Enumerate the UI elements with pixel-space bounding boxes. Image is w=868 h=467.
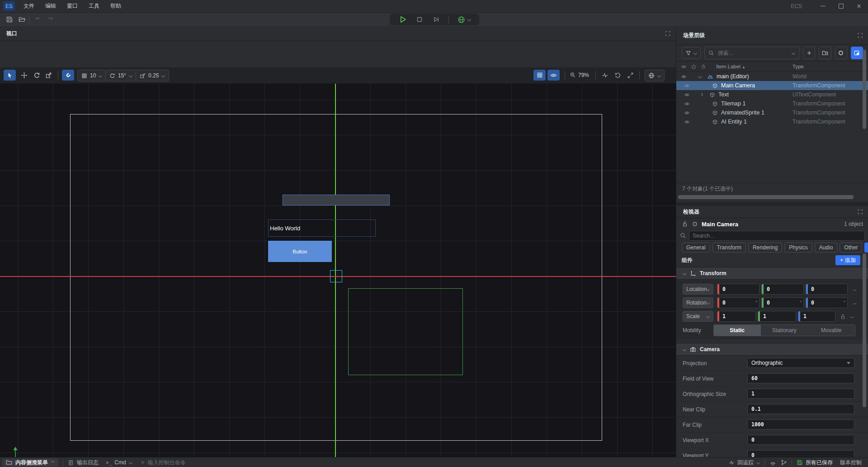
scale-dropdown[interactable]: Scale	[683, 311, 713, 322]
field-of-view-input[interactable]	[747, 373, 854, 383]
hierarchy-row-text[interactable]: Text UITextComponent	[676, 90, 868, 99]
text-element[interactable]: Hello World	[268, 219, 376, 237]
expand-chevron-icon[interactable]	[698, 75, 702, 78]
rotate-tool-button[interactable]	[31, 70, 43, 81]
gear-icon[interactable]	[692, 221, 698, 227]
expand-chevron-icon[interactable]	[699, 93, 703, 96]
mobility-static[interactable]: Static	[714, 325, 761, 336]
save-status[interactable]: 所有已保存	[797, 459, 833, 467]
scale-snap-dropdown[interactable]: 0.25	[136, 70, 169, 81]
panel-layout-button[interactable]	[851, 47, 863, 59]
uniform-scale-lock-icon[interactable]	[840, 314, 846, 319]
trace-dropdown[interactable]: 回追踪	[729, 459, 760, 467]
fullscreen-icon[interactable]	[624, 70, 637, 81]
rotation-x-input[interactable]	[717, 297, 760, 308]
hierarchy-row-world[interactable]: main (Editor) World	[676, 72, 868, 81]
close-button[interactable]: ×	[850, 0, 868, 12]
add-item-button[interactable]	[803, 47, 815, 59]
location-y-input[interactable]	[761, 284, 804, 295]
filter-dropdown[interactable]	[682, 47, 701, 59]
camera-section-header[interactable]: Camera	[676, 343, 868, 356]
favorite-column-icon[interactable]	[691, 64, 697, 70]
panel-splitter[interactable]	[676, 202, 868, 206]
lock-icon[interactable]	[682, 221, 688, 227]
tab-physics[interactable]: Physics	[784, 243, 812, 253]
orthographic-size-input[interactable]	[747, 389, 854, 399]
rotation-z-input[interactable]	[806, 297, 848, 308]
visibility-column-icon[interactable]	[681, 64, 687, 70]
expand-panel-icon[interactable]	[858, 209, 863, 214]
expand-panel-icon[interactable]	[858, 33, 863, 38]
scale-tool-button[interactable]	[42, 70, 55, 81]
zoom-control[interactable]: 79%	[570, 70, 589, 81]
hierarchy-row-tilemap[interactable]: Tilemap 1 TransformComponent	[676, 99, 868, 108]
location-dropdown[interactable]: Location	[683, 284, 713, 295]
cmd-dropdown[interactable]: >_ Cmd	[106, 459, 132, 466]
link-axes-icon[interactable]: ↔	[852, 300, 858, 306]
hierarchy-row-ai-entity[interactable]: AI Entity 1 TransformComponent	[676, 117, 868, 126]
inspector-search-input[interactable]	[689, 231, 865, 241]
scale-z-input[interactable]	[798, 311, 835, 322]
rotation-y-input[interactable]	[761, 297, 804, 308]
column-type[interactable]: Type	[793, 64, 804, 69]
visibility-eye-icon[interactable]	[684, 119, 690, 125]
selection-handle[interactable]	[330, 270, 342, 282]
console-command-input[interactable]: > 输入控制台命令	[142, 459, 186, 467]
open-folder-icon[interactable]	[16, 14, 28, 25]
menu-edit[interactable]: 编辑	[40, 0, 61, 12]
grid-snap-dropdown[interactable]: 10	[77, 70, 106, 81]
grid-toggle-button[interactable]	[533, 70, 546, 81]
visibility-eye-icon[interactable]	[684, 110, 690, 116]
move-tool-button[interactable]	[18, 70, 30, 81]
content-drawer-button[interactable]: 内容侧滑菜单	[2, 458, 58, 467]
scale-x-input[interactable]	[717, 311, 756, 322]
save-icon[interactable]	[4, 14, 15, 25]
version-control-button[interactable]: 版本控制	[840, 459, 862, 467]
vertical-scrollbar[interactable]	[863, 253, 866, 407]
stats-icon[interactable]	[599, 70, 611, 81]
tab-other[interactable]: Other	[840, 243, 862, 253]
stop-icon[interactable]	[415, 15, 424, 24]
menu-help[interactable]: 帮助	[105, 0, 127, 12]
tab-general[interactable]: General	[682, 243, 710, 253]
visibility-eye-icon[interactable]	[681, 74, 687, 80]
viewport-y-input[interactable]	[747, 450, 854, 457]
tab-rendering[interactable]: Rendering	[748, 243, 782, 253]
transform-section-header[interactable]: Transform	[676, 267, 868, 280]
panel-element[interactable]	[283, 195, 390, 205]
step-icon[interactable]	[432, 15, 440, 24]
redo-icon[interactable]	[44, 14, 56, 25]
viewport-x-input[interactable]	[747, 435, 854, 445]
menu-file[interactable]: 文件	[18, 0, 40, 12]
network-wifi-icon[interactable]	[769, 459, 776, 466]
select-tool-button[interactable]	[4, 70, 16, 81]
scene-canvas[interactable]: Hello World Button	[0, 84, 676, 467]
platform-selector[interactable]	[458, 16, 471, 24]
play-icon[interactable]	[398, 15, 407, 24]
mobility-movable[interactable]: Movable	[808, 325, 855, 336]
location-x-input[interactable]	[717, 284, 760, 295]
scale-y-input[interactable]	[758, 311, 796, 322]
add-folder-button[interactable]	[819, 47, 831, 59]
projection-dropdown[interactable]: Orthographic	[747, 358, 854, 368]
near-clip-input[interactable]	[747, 404, 854, 414]
minimize-button[interactable]	[814, 0, 832, 12]
location-z-input[interactable]	[806, 284, 848, 295]
branch-icon[interactable]	[781, 459, 787, 466]
button-element[interactable]: Button	[268, 241, 332, 262]
vertical-scrollbar[interactable]	[863, 50, 866, 129]
maximize-button[interactable]	[832, 0, 850, 12]
horizontal-scrollbar[interactable]	[678, 195, 854, 199]
lock-column-icon[interactable]	[701, 64, 706, 69]
undo-icon[interactable]	[33, 14, 44, 25]
app-logo[interactable]: ES	[3, 1, 15, 11]
visibility-eye-icon[interactable]	[684, 101, 690, 107]
menu-window[interactable]: 窗口	[61, 0, 83, 12]
hierarchy-row-animatedsprite[interactable]: AnimatedSprite 1 TransformComponent	[676, 108, 868, 117]
visibility-toggle-button[interactable]	[547, 70, 560, 81]
link-axes-icon[interactable]: ↔	[852, 286, 858, 292]
add-component-button[interactable]: + 添加	[835, 255, 860, 265]
camera-mode-dropdown[interactable]	[645, 70, 665, 81]
rotation-dropdown[interactable]: Rotation	[683, 297, 713, 308]
link-axes-icon[interactable]: ↔	[849, 313, 855, 319]
